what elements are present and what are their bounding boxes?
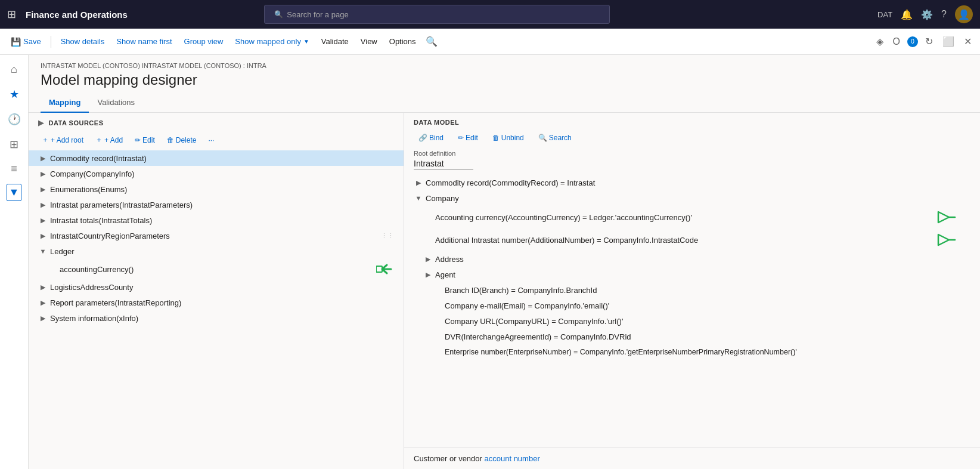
dm-item-dvr[interactable]: DVR(InterchangeAgreementId) = CompanyInf… xyxy=(404,329,980,344)
add-root-icon: ＋ xyxy=(42,135,49,145)
dm-item-company[interactable]: ▼ Company xyxy=(404,190,980,206)
dm-item-additional-intrastat[interactable]: Additional Intrastat number(AdditionalNu… xyxy=(404,229,980,251)
dm-item-enterprise-number[interactable]: Enterprise number(EnterpriseNumber) = Co… xyxy=(404,344,980,360)
page-title: Model mapping designer xyxy=(41,72,968,88)
expand-accounting-icon[interactable] xyxy=(48,264,57,274)
data-sources-tree: ▶ Commodity record(Intrastat) ⋮ ▶ Compan… xyxy=(29,150,404,469)
expand-dm-company-icon[interactable]: ▼ xyxy=(414,193,423,203)
help-icon[interactable]: ? xyxy=(941,9,947,20)
diamond-icon[interactable]: ◈ xyxy=(874,33,886,50)
expand-enumerations-icon[interactable]: ▶ xyxy=(38,184,48,194)
expand-intrastat-params-icon[interactable]: ▶ xyxy=(38,200,48,209)
tree-item-accounting-currency[interactable]: accountingCurrency() xyxy=(29,259,404,279)
left-panel: ▶ DATA SOURCES ＋ + Add root ＋ + Add ✏ Ed… xyxy=(29,113,404,469)
tree-item-enumerations[interactable]: ▶ Enumerations(Enums) xyxy=(29,181,404,197)
dm-item-commodity[interactable]: ▶ Commodity record(CommodityRecord) = In… xyxy=(404,175,980,190)
svg-marker-3 xyxy=(938,234,949,245)
notification-badge[interactable]: 0 xyxy=(907,36,918,47)
expand-intrastat-totals-icon[interactable]: ▶ xyxy=(38,215,48,225)
save-button[interactable]: 💾 Save xyxy=(6,35,46,49)
options-button[interactable]: Options xyxy=(384,35,421,48)
expand-dm-acc-currency-icon xyxy=(423,212,433,222)
dm-item-address[interactable]: ▶ Address xyxy=(404,251,980,267)
green-arrow-right-acc-currency xyxy=(935,209,956,226)
user-avatar[interactable]: 👤 xyxy=(955,5,973,23)
collapse-icon[interactable]: ▶ xyxy=(38,119,44,127)
expand-icon[interactable]: ⬜ xyxy=(940,33,957,50)
add-button[interactable]: ＋ + Add xyxy=(92,133,126,147)
dm-item-company-url[interactable]: Company URL(CompanyURL) = CompanyInfo.'u… xyxy=(404,313,980,329)
expand-system-info-icon[interactable]: ▶ xyxy=(38,313,48,323)
green-arrow-right-add-intrastat xyxy=(935,232,956,248)
bind-button[interactable]: 🔗 Bind xyxy=(414,132,448,144)
tree-item-company[interactable]: ▶ Company(CompanyInfo) xyxy=(29,166,404,181)
sidebar-modules-icon[interactable]: ≡ xyxy=(7,159,21,179)
close-icon[interactable]: ✕ xyxy=(962,33,974,50)
tree-item-logistics[interactable]: ▶ LogisticsAddressCounty xyxy=(29,279,404,295)
global-search-bar[interactable]: 🔍 Search for a page xyxy=(264,5,610,24)
link-icon: 🔗 xyxy=(418,134,427,142)
expand-report-params-icon[interactable]: ▶ xyxy=(38,298,48,307)
expand-commodity-icon[interactable]: ▶ xyxy=(38,153,48,163)
tree-item-system-info[interactable]: ▶ System information(xInfo) xyxy=(29,310,404,326)
tree-item-report-params[interactable]: ▶ Report parameters(IntrastatReporting) xyxy=(29,295,404,310)
unbind-button[interactable]: 🗑 Unbind xyxy=(488,132,529,144)
expand-intrastat-country-icon[interactable]: ▶ xyxy=(38,231,48,240)
validate-button[interactable]: Validate xyxy=(317,35,353,48)
delete-button[interactable]: 🗑 Delete xyxy=(163,134,200,146)
settings-icon[interactable]: ⚙️ xyxy=(921,9,933,20)
show-details-button[interactable]: Show details xyxy=(56,35,110,48)
search-toolbar-icon[interactable]: 🔍 xyxy=(423,33,440,50)
office-icon[interactable]: O xyxy=(891,34,903,50)
toolbar-right-actions: ◈ O 0 ↻ ⬜ ✕ xyxy=(874,33,974,50)
right-panel: DATA MODEL 🔗 Bind ✏ Edit 🗑 Unbind xyxy=(404,113,980,469)
more-button[interactable]: ··· xyxy=(204,134,218,146)
tab-validations[interactable]: Validations xyxy=(89,93,143,113)
drag-handle-icon: ⋮⋮ xyxy=(381,232,394,240)
sidebar-filter-icon[interactable]: ▼ xyxy=(7,184,22,201)
dm-item-branch-id[interactable]: Branch ID(Branch) = CompanyInfo.BranchId xyxy=(404,282,980,298)
dm-item-agent[interactable]: ▶ Agent xyxy=(404,267,980,282)
sidebar-favorites-icon[interactable]: ★ xyxy=(6,84,23,104)
notifications-icon[interactable]: 🔔 xyxy=(901,9,913,20)
expand-dm-commodity-icon[interactable]: ▶ xyxy=(414,178,423,187)
sidebar-workspaces-icon[interactable]: ⊞ xyxy=(6,134,22,155)
trash-icon: 🗑 xyxy=(167,136,174,144)
expand-logistics-icon[interactable]: ▶ xyxy=(38,282,48,292)
breadcrumb: INTRASTAT MODEL (CONTOSO) INTRASTAT MODE… xyxy=(41,62,968,69)
root-def-label: Root definition xyxy=(414,150,970,157)
edit-button[interactable]: ✏ Edit xyxy=(131,134,159,146)
data-sources-toolbar: ＋ + Add root ＋ + Add ✏ Edit 🗑 Delete xyxy=(29,131,404,150)
show-mapped-only-button[interactable]: Show mapped only ▼ xyxy=(230,35,314,48)
dm-search-button[interactable]: 🔍 Search xyxy=(534,132,576,144)
dm-item-accounting-currency[interactable]: Accounting currency(AccountingCurrency) … xyxy=(404,206,980,229)
expand-dm-add-intrastat-icon xyxy=(423,235,433,245)
expand-dm-branch-icon xyxy=(433,285,442,295)
expand-company-icon[interactable]: ▶ xyxy=(38,169,48,178)
refresh-icon[interactable]: ↻ xyxy=(923,33,935,50)
dm-item-company-email[interactable]: Company e-mail(Email) = CompanyInfo.'ema… xyxy=(404,298,980,313)
account-number-link[interactable]: account number xyxy=(485,454,540,463)
tree-item-intrastat-totals[interactable]: ▶ Intrastat totals(IntrastatTotals) xyxy=(29,212,404,228)
expand-dm-address-icon[interactable]: ▶ xyxy=(423,254,433,264)
group-view-button[interactable]: Group view xyxy=(179,35,228,48)
tree-item-intrastat-country[interactable]: ▶ IntrastatCountryRegionParameters ⋮⋮ xyxy=(29,228,404,243)
show-name-first-button[interactable]: Show name first xyxy=(111,35,176,48)
add-icon: ＋ xyxy=(95,135,103,145)
tree-item-ledger[interactable]: ▼ Ledger xyxy=(29,243,404,259)
tab-mapping[interactable]: Mapping xyxy=(41,93,89,113)
nav-right-items: DAT 🔔 ⚙️ ? 👤 xyxy=(877,5,973,23)
dm-edit-button[interactable]: ✏ Edit xyxy=(453,132,483,144)
sidebar-recent-icon[interactable]: 🕐 xyxy=(4,109,24,129)
app-grid-icon[interactable]: ⊞ xyxy=(7,8,16,21)
tree-item-intrastat-params[interactable]: ▶ Intrastat parameters(IntrastatParamete… xyxy=(29,197,404,212)
tree-item-commodity[interactable]: ▶ Commodity record(Intrastat) ⋮ xyxy=(29,150,404,166)
page-header: INTRASTAT MODEL (CONTOSO) INTRASTAT MODE… xyxy=(29,55,980,93)
bottom-text-area: Customer or vendor account number xyxy=(404,448,980,469)
add-root-button[interactable]: ＋ + Add root xyxy=(38,133,87,147)
sidebar-home-icon[interactable]: ⌂ xyxy=(7,60,21,79)
expand-dm-agent-icon[interactable]: ▶ xyxy=(423,270,433,279)
view-button[interactable]: View xyxy=(356,35,382,48)
expand-dm-dvr-icon xyxy=(433,332,442,341)
expand-ledger-icon[interactable]: ▼ xyxy=(38,246,48,256)
